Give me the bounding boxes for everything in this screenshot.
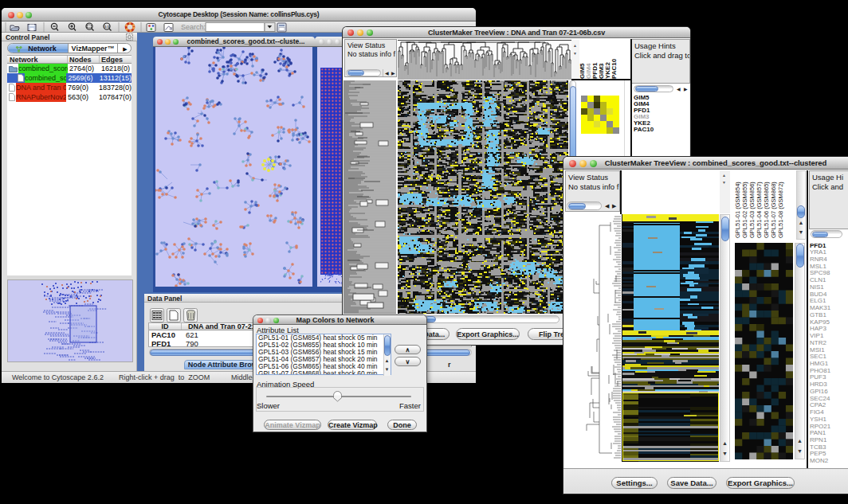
svg-text:NIS1: NIS1 (810, 283, 824, 291)
svg-text:PHO81: PHO81 (810, 367, 831, 374)
svg-text:RPO21: RPO21 (810, 423, 831, 430)
svg-text:GPL51-01 (GSM854): GPL51-01 (GSM854) (734, 182, 741, 238)
svg-text:PUF3: PUF3 (810, 373, 826, 381)
svg-text:RNR4: RNR4 (810, 256, 827, 263)
svg-text:RPN1: RPN1 (810, 436, 827, 443)
svg-text:SPC98: SPC98 (810, 269, 830, 276)
svg-text:MON2: MON2 (810, 457, 829, 464)
svg-text:VIP1: VIP1 (810, 332, 824, 339)
svg-text:BUD4: BUD4 (810, 291, 827, 298)
svg-text:HRD3: HRD3 (810, 381, 827, 388)
svg-text:MSI1: MSI1 (810, 346, 825, 354)
svg-text:GPL51-08 (GSM872): GPL51-08 (GSM872) (777, 182, 784, 238)
svg-text:GPL51-07 (GSM868): GPL51-07 (GSM868) (770, 182, 777, 238)
svg-text:SEC24: SEC24 (810, 395, 830, 402)
svg-text:NTR2: NTR2 (810, 339, 826, 346)
svg-text:CPA2: CPA2 (810, 401, 826, 408)
svg-text:HAP3: HAP3 (810, 325, 826, 332)
svg-text:PEP5: PEP5 (810, 450, 826, 457)
svg-text:TCB3: TCB3 (810, 443, 826, 451)
svg-text:GPL51-06 (GSM865): GPL51-06 (GSM865) (763, 182, 770, 238)
svg-text:YSH1: YSH1 (810, 416, 826, 423)
svg-text:1:1: 1:1 (104, 25, 110, 29)
svg-text:SEC1: SEC1 (810, 353, 826, 360)
svg-text:HMG1: HMG1 (810, 360, 829, 367)
svg-text:Search:: Search: (181, 23, 206, 31)
svg-text:KAP95: KAP95 (810, 318, 830, 326)
svg-text:YRA1: YRA1 (810, 248, 826, 256)
svg-text:PFD1: PFD1 (810, 242, 826, 249)
svg-text:ELG1: ELG1 (810, 297, 826, 304)
svg-text:MSL1: MSL1 (810, 263, 826, 270)
svg-text:CLN1: CLN1 (810, 276, 826, 283)
svg-text:PAC10: PAC10 (610, 58, 618, 79)
svg-text:GPI16: GPI16 (810, 388, 828, 395)
svg-text:FIG4: FIG4 (810, 408, 824, 416)
svg-text:GPL51-02 (GSM855): GPL51-02 (GSM855) (741, 182, 748, 238)
svg-text:GPL51-04 (GSM857): GPL51-04 (GSM857) (756, 182, 763, 238)
svg-text:GTB1: GTB1 (810, 311, 826, 318)
svg-text:GPL51-03 (GSM856): GPL51-03 (GSM856) (748, 182, 756, 238)
svg-text:MAK31: MAK31 (810, 304, 831, 311)
svg-text:PAN1: PAN1 (810, 429, 826, 436)
